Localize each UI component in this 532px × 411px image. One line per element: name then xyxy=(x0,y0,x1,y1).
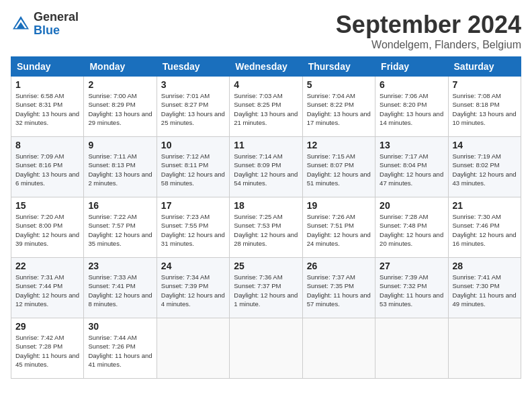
day-cell-16: 16 Sunrise: 7:22 AM Sunset: 7:57 PM Dayl… xyxy=(84,197,157,258)
calendar-week-5: 29 Sunrise: 7:42 AM Sunset: 7:28 PM Dayl… xyxy=(11,318,521,379)
day-cell-22: 22 Sunrise: 7:31 AM Sunset: 7:44 PM Dayl… xyxy=(11,258,84,318)
day-number: 24 xyxy=(161,261,225,271)
day-info: Sunrise: 7:39 AM Sunset: 7:32 PM Dayligh… xyxy=(380,273,443,308)
day-info: Sunrise: 7:01 AM Sunset: 8:27 PM Dayligh… xyxy=(161,91,225,127)
header: General Blue September 2024 Wondelgem, F… xyxy=(11,11,521,51)
day-number: 29 xyxy=(15,321,79,332)
day-number: 9 xyxy=(88,140,152,150)
day-cell-10: 10 Sunrise: 7:12 AM Sunset: 8:11 PM Dayl… xyxy=(157,137,229,197)
day-info: Sunrise: 7:30 AM Sunset: 7:46 PM Dayligh… xyxy=(453,212,517,248)
day-cell-1: 1 Sunrise: 6:58 AM Sunset: 8:31 PM Dayli… xyxy=(11,77,84,137)
day-info: Sunrise: 7:09 AM Sunset: 8:16 PM Dayligh… xyxy=(15,152,79,187)
day-cell-8: 8 Sunrise: 7:09 AM Sunset: 8:16 PM Dayli… xyxy=(11,137,84,197)
day-cell-19: 19 Sunrise: 7:26 AM Sunset: 7:51 PM Dayl… xyxy=(302,197,375,258)
day-header-tuesday: Tuesday xyxy=(157,57,229,77)
day-info: Sunrise: 7:33 AM Sunset: 7:41 PM Dayligh… xyxy=(88,273,152,308)
day-header-row: SundayMondayTuesdayWednesdayThursdayFrid… xyxy=(11,57,521,77)
day-number: 8 xyxy=(15,140,79,150)
day-number: 13 xyxy=(380,140,443,150)
day-info: Sunrise: 6:58 AM Sunset: 8:31 PM Dayligh… xyxy=(15,91,79,127)
day-cell-20: 20 Sunrise: 7:28 AM Sunset: 7:48 PM Dayl… xyxy=(375,197,448,258)
day-number: 1 xyxy=(15,79,79,90)
day-number: 28 xyxy=(453,261,517,271)
day-info: Sunrise: 7:41 AM Sunset: 7:30 PM Dayligh… xyxy=(453,273,517,308)
day-number: 5 xyxy=(307,79,371,90)
calendar-body: 1 Sunrise: 6:58 AM Sunset: 8:31 PM Dayli… xyxy=(11,77,521,379)
logo-general-text: General xyxy=(34,10,79,24)
day-info: Sunrise: 7:14 AM Sunset: 8:09 PM Dayligh… xyxy=(234,152,298,187)
day-cell-4: 4 Sunrise: 7:03 AM Sunset: 8:25 PM Dayli… xyxy=(230,77,302,137)
day-cell-13: 13 Sunrise: 7:17 AM Sunset: 8:04 PM Dayl… xyxy=(375,137,448,197)
empty-cell xyxy=(448,318,521,379)
day-header-saturday: Saturday xyxy=(448,57,521,77)
day-number: 14 xyxy=(453,140,517,150)
day-cell-18: 18 Sunrise: 7:25 AM Sunset: 7:53 PM Dayl… xyxy=(230,197,302,258)
day-cell-12: 12 Sunrise: 7:15 AM Sunset: 8:07 PM Dayl… xyxy=(302,137,375,197)
day-cell-28: 28 Sunrise: 7:41 AM Sunset: 7:30 PM Dayl… xyxy=(448,258,521,318)
day-header-sunday: Sunday xyxy=(11,57,84,77)
day-info: Sunrise: 7:20 AM Sunset: 8:00 PM Dayligh… xyxy=(15,212,79,248)
day-info: Sunrise: 7:06 AM Sunset: 8:20 PM Dayligh… xyxy=(380,91,443,127)
day-cell-23: 23 Sunrise: 7:33 AM Sunset: 7:41 PM Dayl… xyxy=(84,258,157,318)
day-cell-21: 21 Sunrise: 7:30 AM Sunset: 7:46 PM Dayl… xyxy=(448,197,521,258)
day-cell-17: 17 Sunrise: 7:23 AM Sunset: 7:55 PM Dayl… xyxy=(157,197,229,258)
day-cell-29: 29 Sunrise: 7:42 AM Sunset: 7:28 PM Dayl… xyxy=(11,318,84,379)
day-info: Sunrise: 7:11 AM Sunset: 8:13 PM Dayligh… xyxy=(88,152,152,187)
location-subtitle: Wondelgem, Flanders, Belgium xyxy=(336,39,521,51)
day-info: Sunrise: 7:36 AM Sunset: 7:37 PM Dayligh… xyxy=(234,273,298,308)
empty-cell xyxy=(302,318,375,379)
day-info: Sunrise: 7:12 AM Sunset: 8:11 PM Dayligh… xyxy=(161,152,225,187)
day-cell-27: 27 Sunrise: 7:39 AM Sunset: 7:32 PM Dayl… xyxy=(375,258,448,318)
day-number: 30 xyxy=(88,321,152,332)
day-info: Sunrise: 7:19 AM Sunset: 8:02 PM Dayligh… xyxy=(453,152,517,187)
day-cell-3: 3 Sunrise: 7:01 AM Sunset: 8:27 PM Dayli… xyxy=(157,77,229,137)
day-number: 11 xyxy=(234,140,298,150)
day-info: Sunrise: 7:34 AM Sunset: 7:39 PM Dayligh… xyxy=(161,273,225,308)
empty-cell xyxy=(157,318,229,379)
day-number: 6 xyxy=(380,79,443,90)
day-cell-9: 9 Sunrise: 7:11 AM Sunset: 8:13 PM Dayli… xyxy=(84,137,157,197)
day-cell-5: 5 Sunrise: 7:04 AM Sunset: 8:22 PM Dayli… xyxy=(302,77,375,137)
day-cell-26: 26 Sunrise: 7:37 AM Sunset: 7:35 PM Dayl… xyxy=(302,258,375,318)
logo-icon xyxy=(11,14,31,34)
title-area: September 2024 Wondelgem, Flanders, Belg… xyxy=(336,11,521,51)
day-cell-14: 14 Sunrise: 7:19 AM Sunset: 8:02 PM Dayl… xyxy=(448,137,521,197)
day-number: 26 xyxy=(307,261,371,271)
day-number: 10 xyxy=(161,140,225,150)
day-cell-7: 7 Sunrise: 7:08 AM Sunset: 8:18 PM Dayli… xyxy=(448,77,521,137)
logo-blue-text: Blue xyxy=(34,24,60,37)
day-info: Sunrise: 7:17 AM Sunset: 8:04 PM Dayligh… xyxy=(380,152,443,187)
empty-cell xyxy=(230,318,302,379)
day-info: Sunrise: 7:03 AM Sunset: 8:25 PM Dayligh… xyxy=(234,91,298,127)
calendar-week-3: 15 Sunrise: 7:20 AM Sunset: 8:00 PM Dayl… xyxy=(11,197,521,258)
day-info: Sunrise: 7:37 AM Sunset: 7:35 PM Dayligh… xyxy=(307,273,371,308)
day-number: 7 xyxy=(453,79,517,90)
day-number: 21 xyxy=(453,200,517,211)
day-info: Sunrise: 7:23 AM Sunset: 7:55 PM Dayligh… xyxy=(161,212,225,248)
day-cell-11: 11 Sunrise: 7:14 AM Sunset: 8:09 PM Dayl… xyxy=(230,137,302,197)
day-number: 4 xyxy=(234,79,298,90)
calendar-week-1: 1 Sunrise: 6:58 AM Sunset: 8:31 PM Dayli… xyxy=(11,77,521,137)
day-info: Sunrise: 7:31 AM Sunset: 7:44 PM Dayligh… xyxy=(15,273,79,308)
day-info: Sunrise: 7:26 AM Sunset: 7:51 PM Dayligh… xyxy=(307,212,371,248)
calendar-week-4: 22 Sunrise: 7:31 AM Sunset: 7:44 PM Dayl… xyxy=(11,258,521,318)
day-header-wednesday: Wednesday xyxy=(230,57,302,77)
day-number: 2 xyxy=(88,79,152,90)
day-cell-25: 25 Sunrise: 7:36 AM Sunset: 7:37 PM Dayl… xyxy=(230,258,302,318)
day-info: Sunrise: 7:00 AM Sunset: 8:29 PM Dayligh… xyxy=(88,91,152,127)
day-info: Sunrise: 7:42 AM Sunset: 7:28 PM Dayligh… xyxy=(15,333,79,369)
day-number: 3 xyxy=(161,79,225,90)
day-header-monday: Monday xyxy=(84,57,157,77)
day-header-thursday: Thursday xyxy=(302,57,375,77)
logo: General Blue xyxy=(11,11,79,38)
day-info: Sunrise: 7:28 AM Sunset: 7:48 PM Dayligh… xyxy=(380,212,443,248)
day-info: Sunrise: 7:04 AM Sunset: 8:22 PM Dayligh… xyxy=(307,91,371,127)
day-number: 25 xyxy=(234,261,298,271)
calendar: SundayMondayTuesdayWednesdayThursdayFrid… xyxy=(11,56,521,379)
day-cell-6: 6 Sunrise: 7:06 AM Sunset: 8:20 PM Dayli… xyxy=(375,77,448,137)
calendar-header: SundayMondayTuesdayWednesdayThursdayFrid… xyxy=(11,57,521,77)
day-cell-2: 2 Sunrise: 7:00 AM Sunset: 8:29 PM Dayli… xyxy=(84,77,157,137)
day-number: 15 xyxy=(15,200,79,211)
day-number: 20 xyxy=(380,200,443,211)
day-number: 19 xyxy=(307,200,371,211)
